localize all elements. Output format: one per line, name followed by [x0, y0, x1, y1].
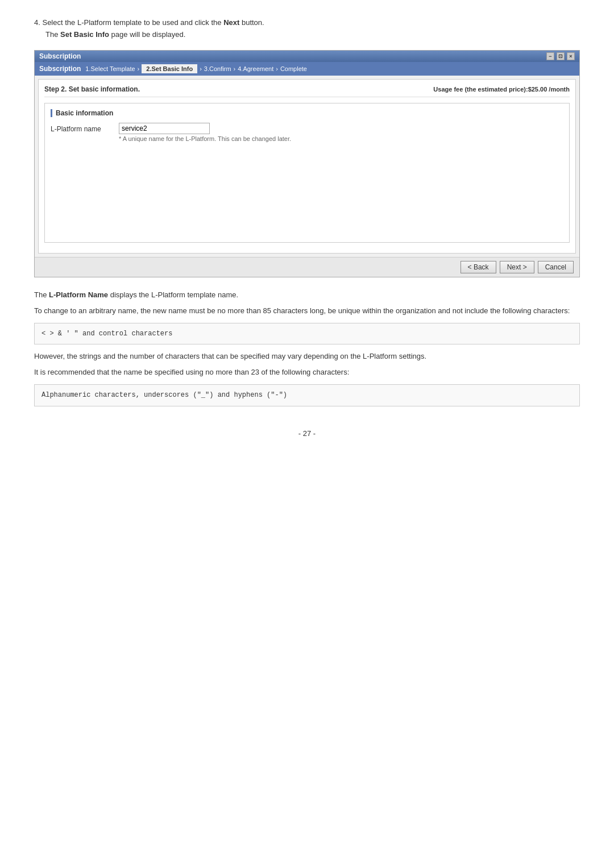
step-text2: button.: [239, 18, 264, 27]
next-button[interactable]: Next >: [500, 261, 534, 273]
window-footer: < Back Next > Cancel: [35, 257, 579, 277]
back-button[interactable]: < Back: [460, 261, 496, 273]
subscription-label: Subscription: [39, 65, 81, 73]
content-spacer: [51, 146, 563, 236]
explanation-para1: The L-Platform Name displays the L-Platf…: [34, 289, 580, 301]
window-controls: − ⊡ ×: [546, 52, 575, 60]
step-number: 4.: [34, 18, 40, 27]
usage-fee: Usage fee (the estimated price):$25.00 /…: [433, 86, 570, 93]
step-text4: page will be displayed.: [109, 30, 185, 39]
step-text1: Select the L-Platform template to be use…: [42, 18, 223, 27]
page-number: - 27 -: [34, 429, 580, 438]
step-text3: The: [45, 30, 60, 39]
explanation-para4: It is recommended that the name be speci…: [34, 366, 580, 379]
lplatform-label: L-Platform name: [51, 123, 119, 133]
form-row-lplatform: L-Platform name * A unique name for the …: [51, 123, 563, 142]
step-bold2: Set Basic Info: [60, 30, 109, 39]
code-box-2: Alphanumeric characters, underscores ("_…: [34, 384, 580, 406]
restore-button[interactable]: ⊡: [557, 52, 565, 60]
lplatform-input[interactable]: [119, 123, 210, 134]
subscription-window: Subscription − ⊡ × Subscription 1.Select…: [34, 50, 580, 277]
step-arrow-2: ›: [200, 65, 202, 72]
step-4[interactable]: 4.Agreement: [238, 65, 273, 72]
step-intro: 4. Select the L-Platform template to be …: [34, 17, 580, 41]
para1-prefix: The: [34, 290, 49, 299]
minimize-button[interactable]: −: [546, 52, 554, 60]
usage-fee-label: Usage fee (the estimated price):$: [433, 86, 531, 93]
step-1[interactable]: 1.Select Template: [85, 65, 135, 72]
step-3[interactable]: 3.Confirm: [204, 65, 231, 72]
step-complete[interactable]: Complete: [280, 65, 307, 72]
section-title: Basic information: [51, 109, 563, 117]
para1-bold: L-Platform Name: [49, 290, 108, 299]
explanation: The L-Platform Name displays the L-Platf…: [34, 289, 580, 406]
steps-bar: Subscription 1.Select Template › 2.Set B…: [35, 62, 579, 76]
para1-suffix: displays the L-Platform template name.: [108, 290, 238, 299]
window-title: Subscription: [39, 52, 81, 60]
step-arrow-1: ›: [138, 65, 140, 72]
step-2[interactable]: 2.Set Basic Info: [142, 64, 197, 73]
basic-info-section: Basic information L-Platform name * A un…: [44, 103, 570, 243]
explanation-para3: However, the strings and the number of c…: [34, 350, 580, 363]
close-button[interactable]: ×: [567, 52, 575, 60]
step-arrow-4: ›: [276, 65, 278, 72]
code-box-1: < > & ' " and control characters: [34, 323, 580, 344]
cancel-button[interactable]: Cancel: [538, 261, 574, 273]
lplatform-field: * A unique name for the L-Platform. This…: [119, 123, 291, 142]
window-content: Step 2. Set basic information. Usage fee…: [38, 79, 576, 254]
explanation-para2: To change to an arbitrary name, the new …: [34, 305, 580, 317]
window-titlebar: Subscription − ⊡ ×: [35, 51, 579, 62]
step-bold1: Next: [223, 18, 239, 27]
step-arrow-3: ›: [234, 65, 236, 72]
lplatform-hint: * A unique name for the L-Platform. This…: [119, 135, 291, 142]
usage-fee-value: 25.00 /month: [532, 86, 570, 93]
page-header: Step 2. Set basic information. Usage fee…: [44, 85, 570, 97]
page-title: Step 2. Set basic information.: [44, 85, 140, 93]
